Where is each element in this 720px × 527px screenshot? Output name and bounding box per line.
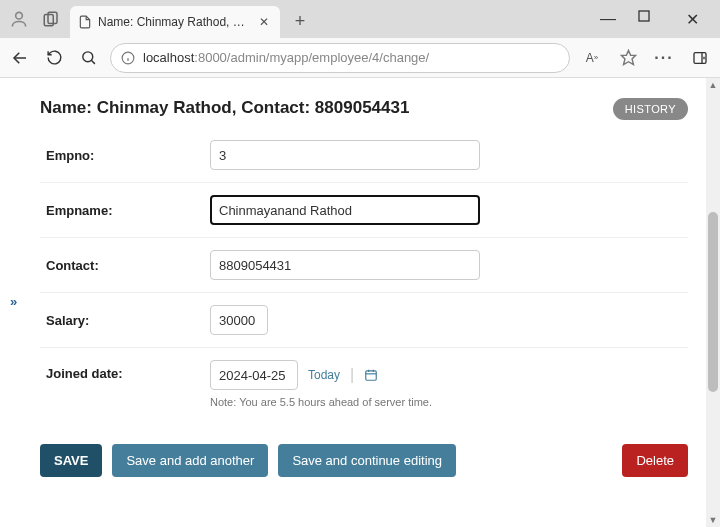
svg-point-5 <box>82 52 92 62</box>
address-bar[interactable]: localhost:8000/admin/myapp/employee/4/ch… <box>110 43 570 73</box>
empno-input[interactable] <box>210 140 480 170</box>
close-icon[interactable]: ✕ <box>256 15 272 29</box>
maximize-button[interactable] <box>638 10 662 29</box>
svg-rect-15 <box>366 371 377 380</box>
tab-title: Name: Chinmay Rathod, Contact: <box>98 15 250 29</box>
scrollbar-thumb[interactable] <box>708 212 718 392</box>
close-window-button[interactable]: ✕ <box>680 10 704 29</box>
joined-date-input[interactable] <box>210 360 298 390</box>
contact-input[interactable] <box>210 250 480 280</box>
favorite-icon[interactable] <box>616 46 640 70</box>
joined-date-label: Joined date: <box>40 360 210 381</box>
viewport: » Name: Chinmay Rathod, Contact: 8809054… <box>0 78 720 527</box>
salary-label: Salary: <box>40 313 210 328</box>
window-controls: ― ✕ <box>596 10 714 29</box>
svg-line-6 <box>91 60 95 64</box>
scroll-down-icon[interactable]: ▼ <box>709 513 718 527</box>
calendar-icon[interactable] <box>364 368 378 382</box>
svg-rect-3 <box>639 11 649 21</box>
delete-button[interactable]: Delete <box>622 444 688 477</box>
page-content: » Name: Chinmay Rathod, Contact: 8809054… <box>0 78 706 527</box>
scrollbar[interactable]: ▲ ▼ <box>706 78 720 527</box>
back-button[interactable] <box>8 46 32 70</box>
collections-icon[interactable] <box>38 6 64 32</box>
page-title: Name: Chinmay Rathod, Contact: 880905443… <box>40 98 409 118</box>
tab-strip: Name: Chinmay Rathod, Contact: ✕ + ― ✕ <box>0 0 720 38</box>
url-text: localhost:8000/admin/myapp/employee/4/ch… <box>143 50 429 65</box>
save-add-another-button[interactable]: Save and add another <box>112 444 268 477</box>
new-tab-button[interactable]: + <box>286 7 314 35</box>
file-icon <box>78 15 92 29</box>
divider: | <box>350 366 354 384</box>
empname-input[interactable] <box>210 195 480 225</box>
search-button[interactable] <box>76 46 100 70</box>
empno-label: Empno: <box>40 148 210 163</box>
scroll-up-icon[interactable]: ▲ <box>709 78 718 92</box>
sidebar-toggle-icon[interactable] <box>688 46 712 70</box>
empname-label: Empname: <box>40 203 210 218</box>
refresh-button[interactable] <box>42 46 66 70</box>
svg-point-0 <box>16 12 23 19</box>
contact-label: Contact: <box>40 258 210 273</box>
salary-input[interactable] <box>210 305 268 335</box>
today-link[interactable]: Today <box>308 368 340 382</box>
profile-icon[interactable] <box>6 6 32 32</box>
save-continue-button[interactable]: Save and continue editing <box>278 444 456 477</box>
breadcrumbs-toggle[interactable]: » <box>10 294 17 309</box>
browser-tab[interactable]: Name: Chinmay Rathod, Contact: ✕ <box>70 6 280 38</box>
browser-toolbar: localhost:8000/admin/myapp/employee/4/ch… <box>0 38 720 78</box>
save-button[interactable]: SAVE <box>40 444 102 477</box>
more-icon[interactable]: ··· <box>652 46 676 70</box>
site-info-icon[interactable] <box>121 51 135 65</box>
toolbar-right: A» ··· <box>580 46 712 70</box>
minimize-button[interactable]: ― <box>596 10 620 29</box>
read-aloud-icon[interactable]: A» <box>580 46 604 70</box>
history-button[interactable]: HISTORY <box>613 98 688 120</box>
timezone-help-text: Note: You are 5.5 hours ahead of server … <box>210 396 432 408</box>
browser-chrome: Name: Chinmay Rathod, Contact: ✕ + ― ✕ <box>0 0 720 78</box>
submit-row: SAVE Save and add another Save and conti… <box>40 444 688 477</box>
svg-marker-10 <box>621 50 635 64</box>
